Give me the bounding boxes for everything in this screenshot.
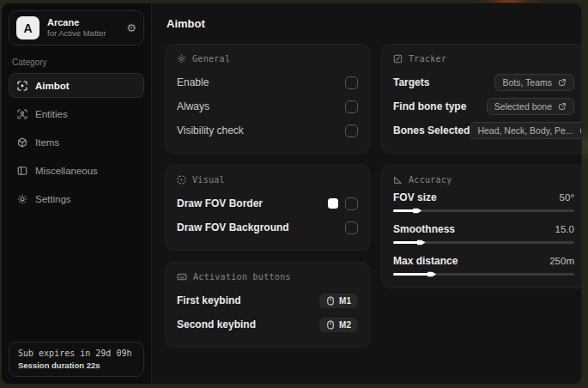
sub-expires-text: Sub expires in 29d 09h <box>18 349 135 358</box>
max-distance-slider-block: Max distance 250m <box>393 255 574 276</box>
targets-dropdown[interactable]: Bots, Teams <box>494 74 574 91</box>
second-keybind-value: M2 <box>339 320 351 330</box>
bones-selected-dropdown[interactable]: Head, Neck, Body, Pe... <box>470 122 582 139</box>
general-card: General Enable Always Visibility check <box>165 44 370 154</box>
max-distance-value: 250m <box>549 256 574 266</box>
sidebar-item-miscellaneous[interactable]: Miscellaneous <box>9 158 144 183</box>
always-checkbox[interactable] <box>345 100 358 113</box>
smoothness-slider-thumb[interactable] <box>417 239 426 246</box>
right-column: Tracker Targets Bots, Teams <box>381 44 582 300</box>
max-distance-slider-thumb[interactable] <box>427 271 436 278</box>
bones-selected-value: Head, Neck, Body, Pe... <box>477 125 573 136</box>
layout-panel-icon <box>17 166 27 176</box>
sidebar-item-label: Settings <box>35 194 71 204</box>
row-always: Always <box>177 94 358 118</box>
frame-icon <box>177 175 186 185</box>
gear-icon <box>17 194 27 204</box>
draw-fov-border-checkbox[interactable] <box>345 197 358 210</box>
row-bones-selected: Bones Selected Head, Neck, Body, Pe... <box>393 118 574 142</box>
sidebar-item-entities[interactable]: Entities <box>9 101 144 126</box>
sidebar-item-label: Miscellaneous <box>35 166 98 176</box>
second-keybind-label: Second keybind <box>177 318 256 330</box>
smoothness-value: 15.0 <box>555 224 574 234</box>
brand-logo: A <box>16 16 39 39</box>
smoothness-slider-block: Smoothness 15.0 <box>393 223 574 244</box>
crosshair-scan-icon <box>17 81 27 91</box>
targets-label: Targets <box>393 76 429 88</box>
app-window: A Arcane for Active Matter ⚙ Category Ai… <box>1 3 582 385</box>
find-bone-type-dropdown[interactable]: Selected bone <box>487 98 574 115</box>
enable-checkbox[interactable] <box>345 76 358 89</box>
second-keybind-button[interactable]: M2 <box>319 318 358 332</box>
visibility-check-label: Visibility check <box>177 124 244 136</box>
sidebar-item-settings[interactable]: Settings <box>9 186 144 211</box>
find-bone-type-value: Selected bone <box>494 101 552 112</box>
activation-card-title: Activation buttons <box>193 272 291 282</box>
cube-icon <box>17 137 27 148</box>
sidebar-item-aimbot[interactable]: Aimbot <box>9 73 144 98</box>
row-second-keybind: Second keybind M2 <box>177 312 358 336</box>
fov-size-slider-thumb[interactable] <box>413 208 421 215</box>
visibility-check-checkbox[interactable] <box>345 124 358 137</box>
tracker-card-header: Tracker <box>393 54 574 64</box>
sidebar-item-label: Aimbot <box>35 81 70 91</box>
row-draw-fov-background: Draw FOV Background <box>177 215 358 239</box>
fov-size-slider-block: FOV size 50° <box>393 191 574 212</box>
targets-value: Bots, Teams <box>502 77 552 88</box>
activation-card-header: Activation buttons <box>177 272 358 282</box>
first-keybind-label: First keybind <box>177 294 241 306</box>
main-content: Aimbot General Enable <box>152 3 582 384</box>
row-first-keybind: First keybind M1 <box>177 288 358 312</box>
sun-icon <box>177 54 186 64</box>
mouse-icon <box>326 320 335 330</box>
max-distance-slider[interactable] <box>393 273 574 276</box>
first-keybind-value: M1 <box>339 296 351 306</box>
row-visibility-check: Visibility check <box>177 118 358 142</box>
bones-selected-label: Bones Selected <box>393 124 470 136</box>
visual-card: Visual Draw FOV Border Draw FOV Backgrou… <box>165 165 370 251</box>
sidebar-item-label: Items <box>35 137 59 148</box>
find-bone-type-label: Find bone type <box>393 100 466 112</box>
smoothness-slider[interactable] <box>393 241 574 244</box>
accuracy-card: Accuracy FOV size 50° <box>381 165 582 288</box>
brand-subtitle: for Active Matter <box>47 28 118 39</box>
subscription-info-box: Sub expires in 29d 09h Session duration … <box>9 342 144 377</box>
draw-fov-background-checkbox[interactable] <box>345 221 358 234</box>
row-find-bone-type: Find bone type Selected bone <box>393 94 574 118</box>
fov-border-color-swatch[interactable] <box>328 198 338 209</box>
brand-name: Arcane <box>47 17 118 29</box>
tracker-icon <box>393 54 403 64</box>
fov-size-label: FOV size <box>393 191 437 203</box>
max-distance-label: Max distance <box>393 255 458 267</box>
always-label: Always <box>177 100 209 112</box>
keyboard-icon <box>177 272 187 282</box>
fov-size-value: 50° <box>560 192 574 203</box>
mouse-icon <box>326 296 335 306</box>
enable-label: Enable <box>177 76 209 88</box>
fov-size-slider[interactable] <box>393 209 574 212</box>
category-label: Category <box>12 58 141 67</box>
expand-select-icon <box>579 126 582 135</box>
brand-card: A Arcane for Active Matter ⚙ <box>9 10 144 45</box>
expand-select-icon <box>558 102 567 111</box>
visual-card-title: Visual <box>192 175 225 185</box>
general-card-title: General <box>192 54 230 64</box>
sidebar-item-label: Entities <box>35 109 68 119</box>
smoothness-label: Smoothness <box>393 223 455 235</box>
smoothness-slider-fill <box>393 241 419 244</box>
activation-buttons-card: Activation buttons First keybind M1 <box>165 262 370 348</box>
sidebar-item-items[interactable]: Items <box>9 130 144 155</box>
first-keybind-button[interactable]: M1 <box>319 294 358 308</box>
page-title: Aimbot <box>167 17 582 30</box>
draw-fov-background-label: Draw FOV Background <box>177 221 289 233</box>
gear-icon[interactable]: ⚙ <box>126 22 136 33</box>
accuracy-card-header: Accuracy <box>393 175 574 185</box>
tracker-card: Tracker Targets Bots, Teams <box>381 44 582 154</box>
accuracy-card-title: Accuracy <box>409 175 452 185</box>
expand-select-icon <box>558 78 567 87</box>
left-column: General Enable Always Visibility check <box>165 44 370 359</box>
general-card-header: General <box>177 54 358 64</box>
session-duration-text: Session duration 22s <box>18 361 135 370</box>
row-draw-fov-border: Draw FOV Border <box>177 191 358 215</box>
visual-card-header: Visual <box>177 175 358 185</box>
